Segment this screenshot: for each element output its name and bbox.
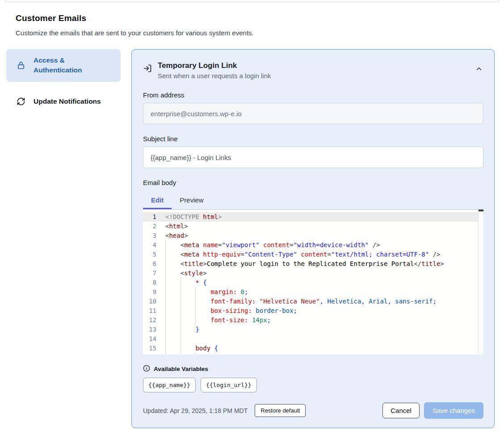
code-line: 16 background-color: #f8f8f8; <box>143 353 483 354</box>
indent-guide <box>195 297 196 306</box>
line-content: <head> <box>156 231 188 240</box>
line-content: font-family: "Helvetica Neue", Helvetica… <box>156 297 437 306</box>
line-number: 4 <box>143 240 156 250</box>
line-content: <!DOCTYPE html> <box>156 212 222 222</box>
line-number: 2 <box>143 222 156 231</box>
code-line: 5 <meta http-equiv="Content-Type" conten… <box>143 250 483 259</box>
indent-guide <box>195 287 196 297</box>
code-line: 11 box-sizing: border-box; <box>143 306 483 316</box>
sidebar-item-label: Access & Authentication <box>34 55 114 76</box>
indent-guide <box>165 269 166 278</box>
line-content: <title>Complete your login to the Replic… <box>156 259 444 269</box>
indent-guide <box>165 316 166 325</box>
code-line: 6 <title>Complete your login to the Repl… <box>143 259 483 269</box>
line-content: box-sizing: border-box; <box>156 306 297 316</box>
variable-chip-app-name[interactable]: {{app_name}} <box>143 378 196 392</box>
tab-edit[interactable]: Edit <box>143 192 172 209</box>
editor-scrollbar-thumb[interactable] <box>479 210 483 211</box>
indent-guide <box>165 306 166 316</box>
code-line: 7 <style> <box>143 269 483 278</box>
indent-guide <box>195 353 196 354</box>
line-content: <meta http-equiv="Content-Type" content=… <box>156 250 440 259</box>
login-icon <box>143 64 152 73</box>
indent-guide <box>165 344 166 353</box>
code-line: 9 margin: 0; <box>143 287 483 297</box>
line-number: 12 <box>143 316 156 325</box>
page-header: Customer Emails Customize the emails tha… <box>16 13 418 37</box>
variable-chips: {{app_name}}{{login_url}} <box>143 378 483 392</box>
line-content: <meta name="viewport" content="width=dev… <box>156 240 380 250</box>
code-line: 1<!DOCTYPE html> <box>143 212 483 222</box>
indent-guide <box>195 306 196 316</box>
indent-guide <box>181 297 181 306</box>
code-line: 3<head> <box>143 231 483 240</box>
cancel-button[interactable]: Cancel <box>382 403 420 418</box>
line-content: <style> <box>156 269 207 278</box>
code-line: 4 <meta name="viewport" content="width=d… <box>143 240 483 250</box>
line-number: 7 <box>143 269 156 278</box>
subject-line-input[interactable] <box>143 147 483 168</box>
info-icon <box>143 365 150 373</box>
line-number: 8 <box>143 278 156 287</box>
available-variables-section: Available Variables {{app_name}}{{login_… <box>143 365 483 392</box>
indent-guide <box>181 316 181 325</box>
collapse-panel-button[interactable] <box>475 65 483 74</box>
code-line: 13 } <box>143 325 483 334</box>
code-line: 12 font-size: 14px; <box>143 316 483 325</box>
subject-line-label: Subject line <box>143 135 483 143</box>
customer-emails-page: Customer Emails Customize the emails tha… <box>0 0 504 438</box>
restore-default-button[interactable]: Restore default <box>255 404 306 417</box>
sidebar-item-label: Update Notifications <box>34 97 101 106</box>
line-number: 1 <box>143 212 156 222</box>
from-address-input[interactable] <box>143 103 483 124</box>
email-body-label: Email body <box>143 179 483 186</box>
code-lines: 1<!DOCTYPE html>2<html>3<head>4 <meta na… <box>143 210 483 354</box>
page-title: Customer Emails <box>16 13 418 23</box>
code-line: 2<html> <box>143 222 483 231</box>
line-content: font-size: 14px; <box>156 316 271 325</box>
code-line: 15 body { <box>143 344 483 353</box>
variable-chip-login-url[interactable]: {{login_url}} <box>201 378 257 392</box>
indent-guide <box>165 334 166 344</box>
line-content: background-color: #f8f8f8; <box>156 353 308 354</box>
from-address-label: From address <box>143 91 483 99</box>
line-content: } <box>156 325 199 334</box>
email-body-tabs: EditPreview <box>143 192 483 209</box>
updated-timestamp: Updated: Apr 29, 2025, 1:18 PM MDT <box>143 407 248 414</box>
card-footer: Updated: Apr 29, 2025, 1:18 PM MDT Resto… <box>143 402 483 419</box>
line-number: 14 <box>143 334 156 344</box>
indent-guide <box>195 316 196 325</box>
page-subtitle: Customize the emails that are sent to yo… <box>16 29 418 37</box>
panel-titles: Temporary Login Link Sent when a user re… <box>158 61 469 80</box>
indent-guide <box>165 297 166 306</box>
indent-guide <box>181 334 181 344</box>
panel-title: Temporary Login Link <box>158 61 469 70</box>
editor-scrollbar[interactable] <box>478 210 483 354</box>
indent-guide <box>181 287 181 297</box>
indent-guide <box>181 278 181 287</box>
tab-preview[interactable]: Preview <box>172 192 211 209</box>
indent-guide <box>181 306 181 316</box>
save-changes-button[interactable]: Save changes <box>424 402 483 419</box>
temporary-login-link-card: Temporary Login Link Sent when a user re… <box>131 49 495 428</box>
line-number: 5 <box>143 250 156 259</box>
line-number: 15 <box>143 344 156 353</box>
indent-guide <box>165 325 166 334</box>
email-body-code-editor[interactable]: 1<!DOCTYPE html>2<html>3<head>4 <meta na… <box>143 209 483 354</box>
sidebar-item-update-notifications[interactable]: Update Notifications <box>6 90 121 113</box>
code-line: 14 <box>143 334 483 344</box>
previous-card-bottom-edge <box>4 0 500 2</box>
indent-guide <box>165 353 166 354</box>
chevron-up-icon <box>475 67 483 74</box>
line-content: margin: 0; <box>156 287 248 297</box>
line-number: 9 <box>143 287 156 297</box>
sidebar-item-access-authentication[interactable]: Access & Authentication <box>6 49 121 82</box>
line-number: 10 <box>143 297 156 306</box>
indent-guide <box>181 325 181 334</box>
indent-guide <box>181 344 181 353</box>
lock-icon <box>17 61 25 70</box>
code-line: 8 * { <box>143 278 483 287</box>
available-variables-label: Available Variables <box>154 366 208 372</box>
line-content: * { <box>156 278 207 287</box>
line-number: 11 <box>143 306 156 316</box>
